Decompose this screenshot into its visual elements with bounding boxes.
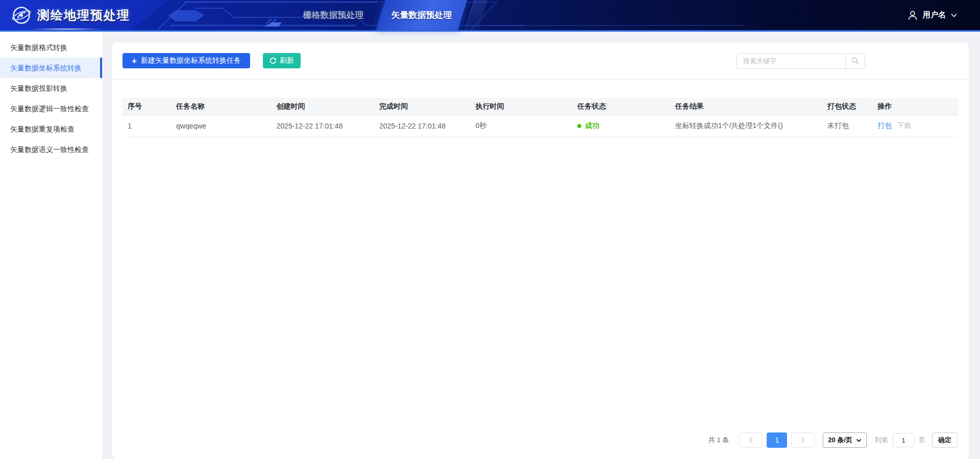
tab-raster-preprocessing[interactable]: 栅格数据预处理 [286,0,381,30]
cell-status: 成功 [572,115,670,136]
content-panel: + 新建矢量数据坐标系统转换任务 刷新 [112,42,969,459]
sidebar-item-logic-consistency-check[interactable]: 矢量数据逻辑一致性检查 [0,98,102,119]
col-created-time: 创建时间 [272,98,374,115]
sidebar-item-coordinate-system-conversion[interactable]: 矢量数据坐标系统转换 [0,58,102,78]
refresh-icon [270,57,277,64]
pagination: 共 1 条 1 20 条/页 到第 页 [112,432,969,459]
download-link[interactable]: 下载 [897,121,911,130]
app-header: 测绘地理预处理 栅格数据预处理 矢量数据预处理 用户名 [0,0,980,32]
status-success-dot [577,124,581,128]
toolbar: + 新建矢量数据坐标系统转换任务 刷新 [112,42,969,80]
col-actions: 操作 [872,98,959,115]
cell-created-time: 2025-12-22 17:01:48 [272,115,374,136]
col-package-status: 打包状态 [822,98,872,115]
table-row: 1 qwqeqwe 2025-12-22 17:01:48 2025-12-22… [122,115,959,136]
status-success-label: 成功 [585,121,599,131]
goto-page-input[interactable] [893,433,914,447]
cell-duration: 0秒 [470,115,572,136]
user-menu[interactable]: 用户名 [907,0,958,30]
select-chevron-icon [856,439,862,442]
search-icon [851,57,860,65]
plus-icon: + [132,57,137,65]
next-page-button[interactable] [791,432,815,448]
task-table-wrap: 序号 任务名称 创建时间 完成时间 执行时间 任务状态 任务结果 打包状态 操作… [112,98,969,137]
col-duration: 执行时间 [470,98,572,115]
new-task-button[interactable]: + 新建矢量数据坐标系统转换任务 [122,53,250,68]
tab-accent-stripe [465,0,487,30]
sidebar-item-format-conversion[interactable]: 矢量数据格式转换 [0,37,102,58]
col-status: 任务状态 [572,98,670,115]
cell-task-name: qwqeqwe [171,115,272,136]
sidebar-item-projection-conversion[interactable]: 矢量数据投影转换 [0,78,102,98]
total-count-label: 共 1 条 [708,436,729,445]
col-task-name: 任务名称 [171,98,272,115]
col-result: 任务结果 [670,98,822,115]
username-label: 用户名 [923,10,946,20]
page-1-button[interactable]: 1 [767,432,787,448]
cell-finished-time: 2025-12-22 17:01:48 [374,115,470,136]
package-link[interactable]: 打包 [877,121,892,130]
task-table: 序号 任务名称 创建时间 完成时间 执行时间 任务状态 任务结果 打包状态 操作… [122,98,959,137]
tab-vector-preprocessing[interactable]: 矢量数据预处理 [381,0,462,30]
cell-package-status: 未打包 [822,115,872,136]
refresh-button[interactable]: 刷新 [263,53,301,68]
sidebar-item-semantic-consistency-check[interactable]: 矢量数据语义一致性检查 [0,139,102,160]
goto-prefix-label: 到第 [875,436,888,445]
chevron-down-icon [950,13,958,18]
logo-icon [11,5,32,26]
table-header-row: 序号 任务名称 创建时间 完成时间 执行时间 任务状态 任务结果 打包状态 操作 [122,98,959,115]
goto-suffix-label: 页 [919,436,925,445]
cell-index: 1 [122,115,171,136]
main-area: + 新建矢量数据坐标系统转换任务 刷新 [102,32,980,459]
chevron-left-icon [748,437,753,444]
user-icon [907,10,918,21]
search-button[interactable] [845,54,865,68]
chevron-right-icon [800,437,805,444]
page-size-select[interactable]: 20 条/页 [823,432,867,448]
search-box [737,53,865,69]
prev-page-button[interactable] [739,432,763,448]
header-tabs: 栅格数据预处理 矢量数据预处理 [286,0,483,30]
app-title: 测绘地理预处理 [37,7,130,23]
sidebar-item-duplicate-check[interactable]: 矢量数据重复项检查 [0,119,102,139]
search-input[interactable] [737,54,845,68]
confirm-button[interactable]: 确定 [932,432,958,448]
cell-actions: 打包下载 [872,115,959,136]
cell-result: 坐标转换成功1个/共处理1个文件() [670,115,822,136]
goto-page-group: 到第 页 [875,433,925,447]
sidebar: 矢量数据格式转换 矢量数据坐标系统转换 矢量数据投影转换 矢量数据逻辑一致性检查… [0,32,102,459]
col-finished-time: 完成时间 [374,98,470,115]
col-index: 序号 [122,98,171,115]
logo: 测绘地理预处理 [11,0,130,30]
